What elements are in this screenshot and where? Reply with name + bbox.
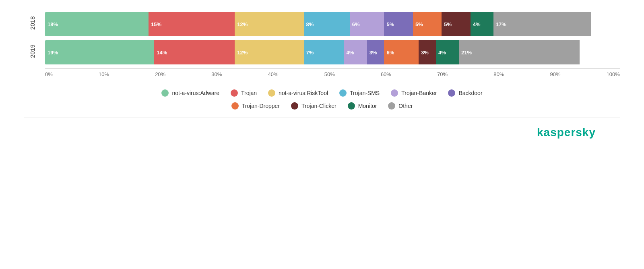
legend-item: not-a-virus:Adware [161, 89, 219, 97]
x-axis-tick: 20% [155, 71, 165, 77]
bar-segment-Other: 21% [459, 40, 580, 64]
x-axis: 0%10%20%30%40%50%60%70%80%90%100% [45, 68, 620, 77]
bar-segment-Monitor: 4% [436, 40, 459, 64]
bar-segment-Trojan-SMS: 8% [304, 12, 350, 36]
bar-row-2018: 2018 18%15%12%8%6%5%5%5%4%17% [24, 12, 620, 36]
x-axis-tick: 80% [493, 71, 504, 77]
legend-dot [161, 89, 169, 97]
kaspersky-logo: kaspersky [537, 126, 596, 139]
legend-label: Trojan-SMS [350, 90, 380, 96]
legend-dot [448, 89, 455, 97]
legend-label: not-a-virus:RiskTool [279, 90, 328, 96]
x-axis-tick: 60% [381, 71, 391, 77]
legend-item: not-a-virus:RiskTool [268, 89, 328, 97]
bar-segment-Trojan-Dropper: 5% [413, 12, 442, 36]
legend-label: Trojan-Dropper [242, 103, 280, 109]
x-axis-tick: 30% [211, 71, 222, 77]
bar-segment-Other: 17% [493, 12, 591, 36]
legend-row-2: Trojan-DropperTrojan-ClickerMonitorOther [231, 102, 413, 110]
legend-item: Trojan [231, 89, 257, 97]
bar-segment-Trojan: 15% [149, 12, 235, 36]
legend-item: Trojan-Clicker [291, 102, 336, 110]
year-label-2019: 2019 [29, 44, 36, 60]
bar-segment-Trojan-Clicker: 3% [419, 40, 436, 64]
legend-item: Backdoor [448, 89, 482, 97]
bar-segment-not-a-virus-Adware: 19% [45, 40, 154, 64]
bar-2019: 19%14%12%7%4%3%6%3%4%21% [45, 40, 620, 64]
x-axis-tick: 50% [324, 71, 335, 77]
legend-label: Backdoor [458, 90, 482, 96]
legend-item: Monitor [348, 102, 377, 110]
legend-item: Trojan-SMS [339, 89, 380, 97]
bar-segment-Backdoor: 3% [367, 40, 384, 64]
legend-label: Trojan-Banker [401, 90, 437, 96]
legend-section: not-a-virus:AdwareTrojannot-a-virus:Risk… [24, 89, 620, 110]
legend-item: Trojan-Dropper [231, 102, 280, 110]
bar-section: 2018 18%15%12%8%6%5%5%5%4%17% 2019 19%14… [24, 12, 620, 64]
legend-dot [291, 102, 298, 110]
legend-item: Trojan-Banker [391, 89, 437, 97]
bar-segment-not-a-virus-Adware: 18% [45, 12, 149, 36]
legend-label: Other [398, 103, 413, 109]
x-axis-tick: 100% [607, 71, 620, 77]
bar-segment-Trojan-Dropper: 6% [384, 40, 419, 64]
legend-dot [268, 89, 275, 97]
bar-row-2019: 2019 19%14%12%7%4%3%6%3%4%21% [24, 40, 620, 64]
x-axis-tick: 0% [45, 71, 53, 77]
x-axis-tick: 90% [550, 71, 560, 77]
x-axis-tick: 40% [268, 71, 279, 77]
year-label-2018: 2018 [29, 16, 36, 32]
bar-segment-Trojan-SMS: 7% [304, 40, 344, 64]
bar-segment-not-a-virus-RiskTool: 12% [235, 40, 303, 64]
bar-segment-Trojan: 14% [154, 40, 235, 64]
legend-dot [231, 89, 238, 97]
bar-segment-Trojan-Clicker: 5% [442, 12, 470, 36]
legend-row-1: not-a-virus:AdwareTrojannot-a-virus:Risk… [161, 89, 482, 97]
bar-segment-Trojan-Banker: 6% [350, 12, 384, 36]
legend-label: Trojan-Clicker [301, 103, 336, 109]
chart-container: 2018 18%15%12%8%6%5%5%5%4%17% 2019 19%14… [24, 12, 620, 110]
bar-segment-Monitor: 4% [471, 12, 493, 36]
legend-dot [348, 102, 355, 110]
legend-label: Trojan [241, 90, 257, 96]
bar-segment-Backdoor: 5% [384, 12, 413, 36]
legend-label: not-a-virus:Adware [172, 90, 219, 96]
legend-dot [391, 89, 398, 97]
x-axis-tick: 10% [99, 71, 109, 77]
x-axis-labels: 0%10%20%30%40%50%60%70%80%90%100% [45, 71, 620, 77]
divider [24, 118, 620, 118]
bar-segment-Trojan-Banker: 4% [344, 40, 367, 64]
legend-dot [339, 89, 347, 97]
bar-segment-not-a-virus-RiskTool: 12% [235, 12, 303, 36]
legend-dot [231, 102, 239, 110]
x-axis-tick: 70% [437, 71, 448, 77]
legend-item: Other [388, 102, 413, 110]
legend-dot [388, 102, 395, 110]
legend-label: Monitor [358, 103, 377, 109]
bar-2018: 18%15%12%8%6%5%5%5%4%17% [45, 12, 620, 36]
